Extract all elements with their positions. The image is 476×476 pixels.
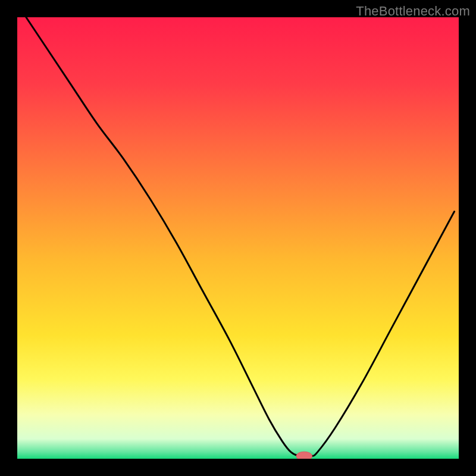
chart-frame: TheBottleneck.com bbox=[0, 0, 476, 476]
chart-svg bbox=[17, 17, 459, 459]
plot-area bbox=[17, 17, 459, 459]
optimal-point-marker bbox=[296, 452, 312, 459]
gradient-background bbox=[17, 17, 459, 459]
